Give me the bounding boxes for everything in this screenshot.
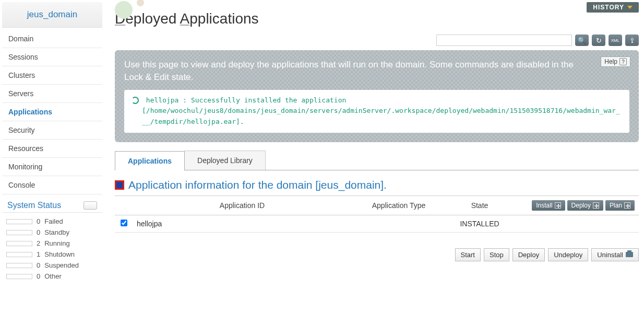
- status-row-suspended: 0Suspended: [6, 260, 98, 271]
- uninstall-button[interactable]: Uninstall: [591, 248, 639, 261]
- info-panel: Help ? Use this page to view and deploy …: [115, 50, 639, 142]
- plus-icon: [555, 202, 561, 209]
- page-title: Deployed Applications: [115, 0, 639, 34]
- sidebar-item-servers[interactable]: Servers: [2, 85, 102, 103]
- deploy-button[interactable]: Deploy: [512, 248, 545, 261]
- cell-app-id: hellojpa: [133, 215, 352, 232]
- plan-button[interactable]: Plan: [605, 200, 635, 211]
- sidebar-item-sessions[interactable]: Sessions: [2, 48, 102, 66]
- applications-table: Application ID Application Type State In…: [115, 195, 639, 233]
- table-row: hellojpa INSTALLED: [115, 215, 639, 232]
- message-label: hellojpa : Successfully installed the ap…: [146, 96, 347, 104]
- tab-deployed-library[interactable]: Deployed Library: [184, 151, 266, 170]
- uninstall-label: Uninstall: [597, 251, 623, 259]
- sidebar: jeus_domain Domain Sessions Clusters Ser…: [0, 0, 104, 285]
- sidebar-item-monitoring[interactable]: Monitoring: [2, 158, 102, 176]
- status-row-failed: 0Failed: [6, 216, 98, 227]
- export-button[interactable]: ⇪: [625, 34, 639, 46]
- undeploy-button[interactable]: Undeploy: [548, 248, 588, 261]
- help-label: Help: [604, 58, 617, 65]
- col-actions: Install Deploy Plan: [514, 195, 639, 215]
- system-status-header: System Status: [2, 197, 102, 213]
- main-content: HISTORY Deployed Applications 🔍 ↻ XML ⇪ …: [104, 0, 644, 285]
- sidebar-item-applications[interactable]: Applications: [2, 103, 102, 121]
- refresh-button[interactable]: ↻: [592, 34, 605, 46]
- refresh-icon: ↻: [596, 37, 602, 44]
- cell-actions: [514, 215, 639, 232]
- sidebar-item-console[interactable]: Console: [2, 176, 102, 194]
- col-app-type: Application Type: [352, 195, 446, 215]
- uninstall-icon: [626, 252, 633, 257]
- stop-button[interactable]: Stop: [484, 248, 509, 261]
- cell-app-type: [352, 215, 446, 232]
- success-icon: [132, 97, 139, 104]
- status-row-shutdown: 1Shutdown: [6, 249, 98, 260]
- decorative-dots: [115, 1, 144, 20]
- search-icon: 🔍: [578, 37, 586, 44]
- xml-icon: XML: [611, 38, 619, 43]
- keyboard-icon[interactable]: [84, 201, 97, 210]
- export-icon: ⇪: [629, 37, 635, 44]
- domain-title[interactable]: jeus_domain: [2, 2, 102, 28]
- tab-applications[interactable]: Applications: [115, 151, 185, 170]
- success-message: hellojpa : Successfully installed the ap…: [124, 90, 629, 133]
- system-status-title: System Status: [7, 201, 61, 210]
- sidebar-item-security[interactable]: Security: [2, 121, 102, 140]
- plus-icon: [624, 202, 630, 209]
- info-text: Use this page to view and deploy the app…: [124, 59, 582, 84]
- col-state: State: [446, 195, 514, 215]
- deploy-header-button[interactable]: Deploy: [567, 200, 603, 211]
- plus-icon: [593, 202, 599, 209]
- cell-state: INSTALLED: [446, 215, 514, 232]
- nav-list: Domain Sessions Clusters Servers Applica…: [2, 30, 102, 194]
- chevron-down-icon: [627, 6, 633, 9]
- search-input[interactable]: [436, 34, 572, 46]
- toolbar: 🔍 ↻ XML ⇪: [115, 34, 639, 46]
- tabs: Applications Deployed Library: [115, 151, 639, 170]
- help-button[interactable]: Help ?: [601, 56, 630, 67]
- install-button[interactable]: Install: [532, 200, 565, 211]
- search-button[interactable]: 🔍: [575, 34, 589, 46]
- col-app-id: Application ID: [133, 195, 352, 215]
- system-status-list: 0Failed 0Standby 2Running 1Shutdown 0Sus…: [0, 213, 104, 285]
- history-button[interactable]: HISTORY: [587, 2, 639, 13]
- message-path: [/home/woochul/jeus8/domains/jeus_domain…: [132, 106, 622, 128]
- help-icon: ?: [619, 58, 627, 65]
- section-title: Application information for the domain […: [115, 170, 639, 195]
- status-row-other: 0Other: [6, 271, 98, 282]
- section-title-text: Application information for the domain […: [128, 179, 387, 191]
- section-icon: [115, 180, 124, 190]
- col-checkbox: [115, 195, 133, 215]
- xml-button[interactable]: XML: [609, 34, 622, 46]
- history-label: HISTORY: [593, 4, 624, 11]
- start-button[interactable]: Start: [455, 248, 481, 261]
- status-row-standby: 0Standby: [6, 227, 98, 238]
- sidebar-item-resources[interactable]: Resources: [2, 140, 102, 158]
- sidebar-item-domain[interactable]: Domain: [2, 30, 102, 48]
- sidebar-item-clusters[interactable]: Clusters: [2, 66, 102, 85]
- status-row-running: 2Running: [6, 238, 98, 249]
- bottom-actions: Start Stop Deploy Undeploy Uninstall: [115, 248, 639, 261]
- row-checkbox[interactable]: [121, 220, 127, 226]
